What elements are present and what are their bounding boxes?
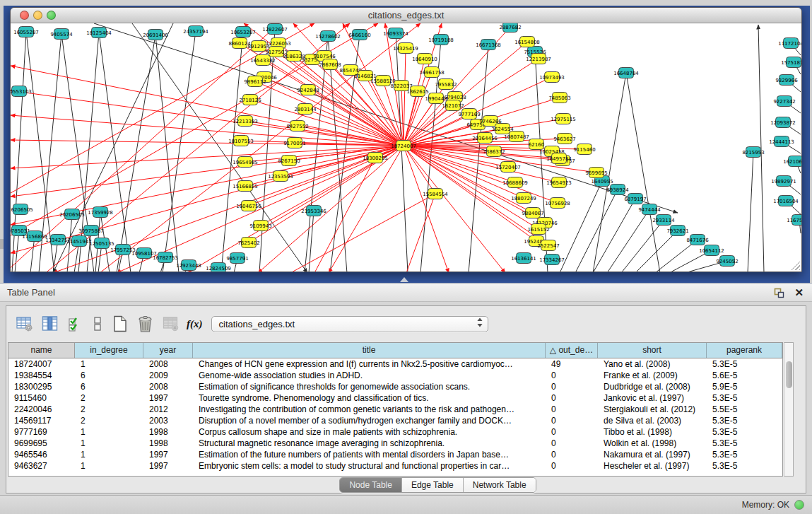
column-header-3[interactable]: title	[193, 343, 546, 358]
graph-node[interactable]: 19654923	[546, 177, 572, 188]
graph-node[interactable]: 7932621	[666, 226, 688, 236]
row-height-icon[interactable]	[91, 315, 104, 334]
table-row[interactable]: 2242004622012Investigating the contribut…	[8, 404, 782, 415]
graph-node[interactable]: 16154808	[514, 37, 540, 47]
graph-node[interactable]: 16671368	[476, 40, 501, 50]
graph-node[interactable]: 12444113	[769, 136, 794, 147]
graph-node[interactable]: 20691406	[143, 30, 168, 40]
table-scrollbar[interactable]	[784, 342, 794, 477]
graph-node[interactable]: 10688609	[502, 177, 528, 188]
graph-node[interactable]: 16961758	[419, 67, 445, 78]
graph-node[interactable]: 12822607	[262, 24, 288, 35]
graph-node[interactable]: 15720407	[495, 162, 521, 173]
graph-node[interactable]: 2803144	[294, 104, 317, 115]
graph-node[interactable]: 9115460	[573, 144, 595, 155]
graph-node[interactable]: 9170051	[283, 138, 305, 148]
graph-node[interactable]: 15166825	[233, 181, 258, 192]
tab-edge-table[interactable]: Edge Table	[402, 478, 464, 492]
select-rows-icon[interactable]	[66, 315, 85, 334]
graph-node[interactable]: 24357194	[183, 26, 208, 37]
graph-node[interactable]: 12975115	[551, 114, 576, 124]
graph-node[interactable]: 16210643	[783, 156, 801, 167]
graph-node[interactable]: 62160	[529, 139, 544, 150]
graph-node[interactable]: 2718126	[239, 95, 261, 105]
scrollbar-thumb[interactable]	[786, 361, 792, 388]
close-panel-icon[interactable]: ✕	[794, 287, 804, 298]
table-row[interactable]: 1830029562008Estimation of significance …	[8, 381, 782, 392]
graph-node[interactable]: 10756928	[545, 198, 570, 209]
table-row[interactable]: 1872400712008Changes of HCN gene express…	[8, 358, 782, 370]
column-header-2[interactable]: year	[143, 343, 193, 358]
graph-node[interactable]: 19654985	[233, 157, 258, 168]
column-header-4[interactable]: △ out_de…	[546, 343, 598, 358]
graph-node[interactable]: 9474444	[638, 204, 661, 215]
table-row[interactable]: 946554611997Estimation of the future num…	[8, 449, 782, 460]
graph-node[interactable]: 26206505	[11, 204, 33, 215]
graph-node[interactable]: 9109943	[249, 221, 271, 231]
graph-node[interactable]: 6879197	[624, 194, 646, 204]
table-row[interactable]: 977716911998Corpus callosum shape and si…	[8, 426, 782, 438]
graph-node[interactable]: 9245052	[716, 256, 738, 267]
table-settings-icon[interactable]	[15, 315, 34, 334]
tab-network-table[interactable]: Network Table	[464, 478, 536, 492]
graph-node[interactable]: 2933114	[652, 215, 675, 226]
graph-node[interactable]: 12923448	[176, 260, 201, 271]
graph-node[interactable]: 16055287	[13, 27, 39, 37]
window-titlebar[interactable]: citations_edges.txt	[11, 8, 801, 23]
svg-text:2887682: 2887682	[499, 25, 521, 30]
table-row[interactable]: 1456911722003Disruption of a novel membe…	[8, 415, 782, 426]
table-row[interactable]: 969969511998Structural magnetic resonanc…	[8, 438, 782, 449]
graph-node[interactable]: 15751874	[781, 57, 801, 68]
delete-trash-icon[interactable]	[136, 315, 155, 334]
graph-node[interactable]: 15278602	[315, 31, 341, 42]
column-header-6[interactable]: pagerank	[707, 343, 782, 358]
graph-node[interactable]: 10654112	[699, 245, 724, 256]
column-header-1[interactable]: in_degree	[75, 343, 143, 358]
graph-node[interactable]: 16648784	[613, 68, 639, 78]
table-row[interactable]: 946362711997Embryonic stem cells: a mode…	[8, 460, 782, 472]
new-table-icon[interactable]	[110, 315, 129, 334]
column-header-5[interactable]: short	[598, 343, 707, 358]
graph-node[interactable]: 16136141	[511, 253, 536, 264]
graph-node[interactable]: 11172104	[778, 38, 801, 49]
network-view[interactable]: 1605528794055741812540420691406243571941…	[11, 23, 801, 271]
graph-node[interactable]: 9463627	[553, 134, 575, 144]
tab-node-table[interactable]: Node Table	[340, 478, 402, 492]
column-header-0[interactable]: name	[8, 343, 75, 358]
graph-node[interactable]: 2887682	[499, 23, 521, 33]
node-table: namein_degreeyeartitle△ out_de…shortpage…	[8, 342, 783, 477]
graph-node[interactable]: 10553103	[11, 86, 32, 97]
table-row[interactable]: 911546021997Tourette syndrome. Phenomeno…	[8, 392, 782, 404]
graph-node[interactable]: 19892971	[771, 176, 796, 187]
graph-node[interactable]: 18107553	[228, 136, 254, 146]
graph-node[interactable]: 18125404	[86, 28, 112, 38]
graph-node[interactable]: 10719188	[428, 35, 454, 45]
graph-node[interactable]: 9857791	[226, 253, 248, 264]
graph-node[interactable]: 9242848	[297, 85, 319, 95]
column-visibility-icon[interactable]	[40, 315, 59, 334]
float-panel-icon[interactable]	[773, 287, 784, 298]
graph-node[interactable]: 15584554	[423, 189, 448, 199]
graph-edge	[94, 23, 678, 213]
split-divider-collapse-icon[interactable]	[400, 277, 408, 282]
graph-node[interactable]: 9227342	[773, 96, 795, 107]
graph-node[interactable]: 17016504	[773, 196, 799, 206]
graph-node[interactable]: 11675334	[787, 215, 801, 226]
table-selector-dropdown[interactable]: citations_edges.txt	[211, 316, 488, 332]
graph-node[interactable]: 18640910	[412, 54, 437, 64]
network-svg[interactable]: 1605528794055741812540420691406243571941…	[11, 23, 801, 271]
splitter-handle[interactable]	[0, 239, 4, 249]
graph-node[interactable]: 7955812	[435, 79, 457, 90]
graph-node[interactable]: 8938924	[606, 185, 629, 195]
graph-node[interactable]: 10653287	[230, 27, 256, 37]
graph-node[interactable]: 7485063	[548, 93, 570, 103]
graph-node[interactable]: 17334267	[539, 255, 565, 265]
graph-node[interactable]: 9329966	[775, 75, 798, 86]
table-row[interactable]: 1938455462009Genome-wide association stu…	[8, 370, 782, 381]
function-builder-icon[interactable]: f(x)	[187, 318, 203, 330]
graph-node[interactable]: 12824509	[206, 263, 231, 272]
graph-node[interactable]: 7625402	[237, 238, 259, 248]
graph-node[interactable]: 8471676	[686, 235, 709, 245]
graph-node[interactable]: 9405574	[50, 29, 73, 40]
graph-node[interactable]: 12093872	[770, 117, 796, 128]
